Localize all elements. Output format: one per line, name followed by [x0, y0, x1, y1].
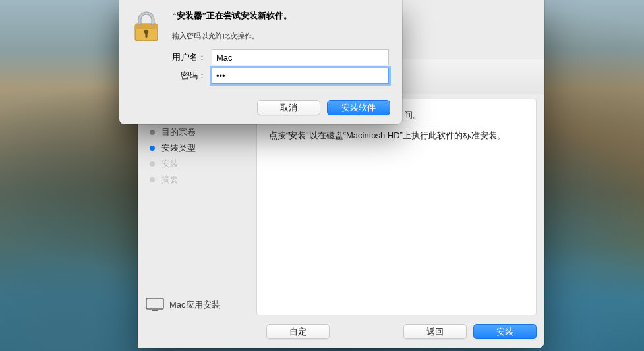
password-label: 密码：: [167, 70, 206, 82]
monitor-icon: [146, 298, 164, 312]
auth-dialog: “安装器”正在尝试安装新软件。 输入密码以允许此次操作。 用户名： 密码： 取消…: [119, 0, 402, 124]
step-install: 安装: [138, 156, 256, 172]
step-dot: [150, 130, 155, 135]
button-label: 自定: [289, 326, 307, 338]
step-label: 摘要: [161, 174, 179, 186]
step-label: 目的宗卷: [161, 126, 196, 138]
button-label: 安装: [496, 326, 513, 338]
install-button[interactable]: 安装: [473, 324, 537, 339]
username-label: 用户名：: [167, 51, 206, 63]
back-button[interactable]: 返回: [403, 324, 467, 339]
lock-icon: [131, 11, 161, 43]
installer-bottom-bar: 自定 返回 安装: [260, 324, 537, 339]
step-dot: [150, 177, 155, 182]
installer-content-panel: 间。 点按“安装”以在磁盘“Macintosh HD”上执行此软件的标准安装。: [256, 99, 537, 315]
step-destination: 目的宗卷: [138, 124, 256, 140]
username-input[interactable]: [212, 49, 389, 65]
content-line-2: 点按“安装”以在磁盘“Macintosh HD”上执行此软件的标准安装。: [269, 129, 524, 143]
step-dot: [150, 161, 155, 167]
step-dot: [150, 146, 155, 151]
step-label: 安装类型: [161, 142, 196, 154]
installer-footer-brand: Mac应用安装: [146, 298, 220, 312]
svg-rect-1: [152, 310, 158, 311]
password-input[interactable]: [212, 68, 389, 84]
button-label: 返回: [426, 326, 444, 338]
footer-title: Mac应用安装: [169, 299, 220, 311]
button-label: 安装软件: [341, 102, 376, 114]
auth-title: “安装器”正在尝试安装新软件。: [172, 10, 389, 22]
auth-subtitle: 输入密码以允许此次操作。: [172, 31, 389, 41]
button-label: 取消: [280, 102, 297, 114]
svg-rect-5: [145, 32, 147, 38]
step-label: 安装: [161, 158, 179, 170]
step-install-type: 安装类型: [138, 140, 256, 156]
step-summary: 摘要: [138, 172, 256, 188]
install-software-button[interactable]: 安装软件: [327, 100, 390, 115]
svg-rect-0: [146, 298, 163, 309]
customize-button[interactable]: 自定: [266, 324, 330, 339]
cancel-button[interactable]: 取消: [257, 100, 320, 115]
